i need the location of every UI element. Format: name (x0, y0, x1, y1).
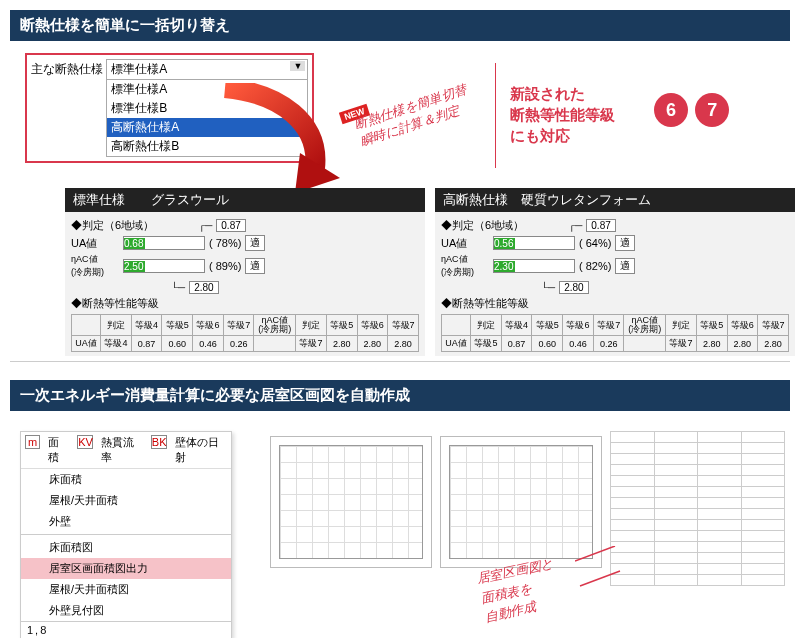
menu-item[interactable]: 外壁見付図 (21, 600, 231, 621)
nac-pass: 適 (615, 258, 635, 274)
grade-section-label: ◆断熱等性能等級 (71, 296, 419, 311)
menu-tab[interactable]: 面積 (48, 435, 69, 465)
spec-panel-title: 標準仕様 グラスウール (65, 188, 425, 212)
section-divider (10, 361, 790, 362)
tab-icon: m (25, 435, 40, 449)
grade-badges: 6 7 (650, 93, 729, 127)
judgement-label: ◆判定（6地域） (71, 218, 154, 233)
menu-item-selected[interactable]: 居室区画面積図出力 (21, 558, 231, 579)
grade-section-label: ◆断熱等性能等級 (441, 296, 789, 311)
menu-tab[interactable]: 壁体の日射 (175, 435, 227, 465)
ref-value: 0.87 (216, 219, 245, 232)
grade-badge-6: 6 (654, 93, 688, 127)
ua-bar: 0.56 (494, 238, 515, 249)
right-promo-text: 新設された 断熱等性能等級 にも対応 (510, 83, 615, 146)
vertical-divider (495, 63, 496, 168)
nac-label: ηAC値 (冷房期) (441, 253, 489, 279)
nac-label: ηAC値 (冷房期) (71, 253, 119, 279)
ua-pct: ( 78%) (209, 237, 241, 249)
ua-pass: 適 (615, 235, 635, 251)
grade-table: 判定 等級4等級5 等級6等級7 ηAC値 (冷房期) 判定 等級5等級6等級7… (71, 314, 419, 352)
section1-title: 断熱仕様を簡単に一括切り替え (10, 10, 790, 41)
nac-bar: 2.30 (494, 261, 515, 272)
tab-icon: KV (77, 435, 93, 449)
dropdown-selected[interactable]: 標準仕様A (107, 60, 307, 80)
ua-label: UA値 (71, 236, 119, 251)
svg-line-1 (575, 546, 615, 561)
ua-pass: 適 (245, 235, 265, 251)
callout-text: 断熱仕様を簡単切替 瞬時に計算＆判定 (352, 81, 475, 152)
arrow-icon (220, 83, 350, 203)
grade-badge-7: 7 (695, 93, 729, 127)
dropdown-label: 主な断熱仕様 (31, 59, 103, 78)
tab-icon: BK (151, 435, 167, 449)
spec-panel-standard: 標準仕様 グラスウール ◆判定（6地域） ┌─ 0.87 UA値 0.68 ( … (65, 188, 425, 356)
area-menu-panel: m 面積 KV 熱貫流率 BK 壁体の日射 床面積 屋根/天井面積 外壁 床面積… (20, 431, 232, 638)
menu-bottom-text: 1,8 (21, 621, 231, 638)
nac-bar: 2.50 (124, 261, 145, 272)
area-schedule-table (610, 431, 785, 586)
ua-pct: ( 64%) (579, 237, 611, 249)
grade-table: 判定 等級4等級5 等級6等級7 ηAC値 (冷房期) 判定 等級5等級6等級7… (441, 314, 789, 352)
limit-value: 2.80 (189, 281, 218, 294)
ua-bar: 0.68 (124, 238, 145, 249)
menu-tabs: m 面積 KV 熱貫流率 BK 壁体の日射 (21, 432, 231, 469)
ua-label: UA値 (441, 236, 489, 251)
ref-value: 0.87 (586, 219, 615, 232)
menu-item[interactable]: 床面積図 (21, 537, 231, 558)
floor-plan-1 (270, 436, 432, 568)
svg-line-2 (580, 571, 620, 586)
menu-item[interactable]: 外壁 (21, 511, 231, 532)
menu-item[interactable]: 屋根/天井面積 (21, 490, 231, 511)
callout-lines-icon (575, 546, 625, 626)
menu-item[interactable]: 床面積 (21, 469, 231, 490)
menu-tab[interactable]: 熱貫流率 (101, 435, 143, 465)
menu-item[interactable]: 屋根/天井面積図 (21, 579, 231, 600)
section2-title: 一次エネルギー消費量計算に必要な居室区画図を自動作成 (10, 380, 790, 411)
nac-pass: 適 (245, 258, 265, 274)
nac-pct: ( 82%) (579, 260, 611, 272)
judgement-label: ◆判定（6地域） (441, 218, 524, 233)
nac-pct: ( 89%) (209, 260, 241, 272)
spec-panel-title: 高断熱仕様 硬質ウレタンフォーム (435, 188, 795, 212)
spec-panel-high: 高断熱仕様 硬質ウレタンフォーム ◆判定（6地域） ┌─ 0.87 UA値 0.… (435, 188, 795, 356)
limit-value: 2.80 (559, 281, 588, 294)
